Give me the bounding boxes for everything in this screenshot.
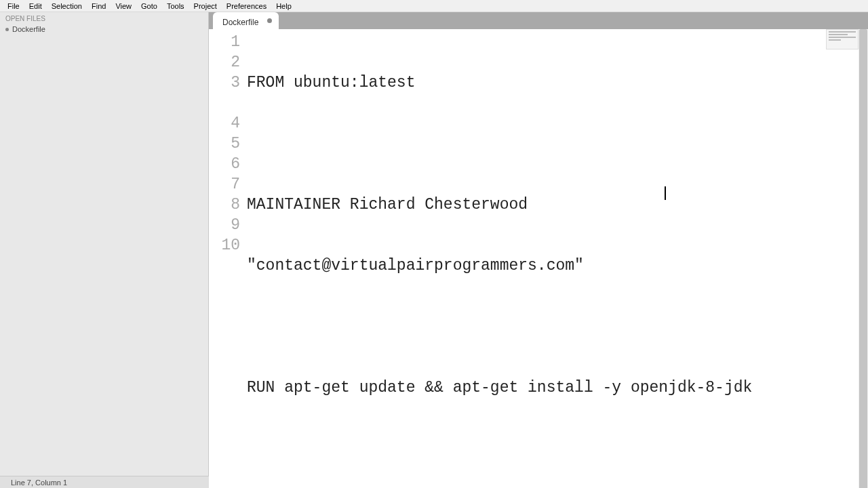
menu-find[interactable]: Find [87,1,111,12]
menu-preferences[interactable]: Preferences [222,1,271,12]
line-number: 6 [209,154,240,174]
minimap-line [829,34,848,35]
line-number: 5 [209,134,240,154]
tab-label: Dockerfile [222,18,258,27]
minimap-line [829,37,856,38]
line-number: 4 [209,113,240,134]
line-number: 8 [209,195,240,215]
editor-pane: Dockerfile 1 2 3 4 5 6 7 8 9 10 FROM ubu… [209,12,868,476]
code-area[interactable]: FROM ubuntu:latest MAINTAINER Richard Ch… [247,29,868,488]
line-number: 7 [209,174,240,195]
line-number: 1 [209,32,240,52]
line-number [209,93,240,113]
code-line [247,317,868,337]
menu-view[interactable]: View [111,1,136,12]
minimap-line [829,39,841,41]
main-area: OPEN FILES Dockerfile Dockerfile 1 2 3 4… [0,12,868,476]
tab-bar: Dockerfile [209,12,868,29]
line-number: 2 [209,52,240,73]
sidebar: OPEN FILES Dockerfile [0,12,209,476]
tab-dirty-icon [267,18,272,23]
sidebar-open-files-header: OPEN FILES [0,12,208,24]
code-line: FROM ubuntu:latest [247,73,868,93]
line-number: 9 [209,215,240,235]
menu-selection[interactable]: Selection [47,1,87,12]
text-cursor-icon [665,186,666,200]
code-line: MAINTAINER Richard Chesterwood [247,195,868,215]
scrollbar-thumb[interactable] [859,29,867,488]
menu-file[interactable]: File [3,1,24,12]
code-line: RUN apt-get update && apt-get install -y… [247,378,868,398]
code-line: "contact@virtualpairprogrammers.com" [247,256,868,276]
menu-help[interactable]: Help [271,1,296,12]
editor-body[interactable]: 1 2 3 4 5 6 7 8 9 10 FROM ubuntu:latest … [209,29,868,488]
menu-tools[interactable]: Tools [162,1,189,12]
code-line [247,439,868,459]
menu-edit[interactable]: Edit [24,1,47,12]
line-number-gutter: 1 2 3 4 5 6 7 8 9 10 [209,29,247,488]
tab-dockerfile[interactable]: Dockerfile [213,12,279,29]
menu-bar: File Edit Selection Find View Goto Tools… [0,0,868,12]
line-number: 3 [209,73,240,93]
status-line-col[interactable]: Line 7, Column 1 [4,479,74,487]
minimap-line [829,31,856,33]
line-number: 10 [209,235,240,256]
sidebar-file-dockerfile[interactable]: Dockerfile [0,24,208,35]
menu-project[interactable]: Project [189,1,222,12]
menu-goto[interactable]: Goto [136,1,162,12]
vertical-scrollbar[interactable] [859,29,868,488]
code-line [247,134,868,154]
minimap[interactable] [826,29,859,49]
